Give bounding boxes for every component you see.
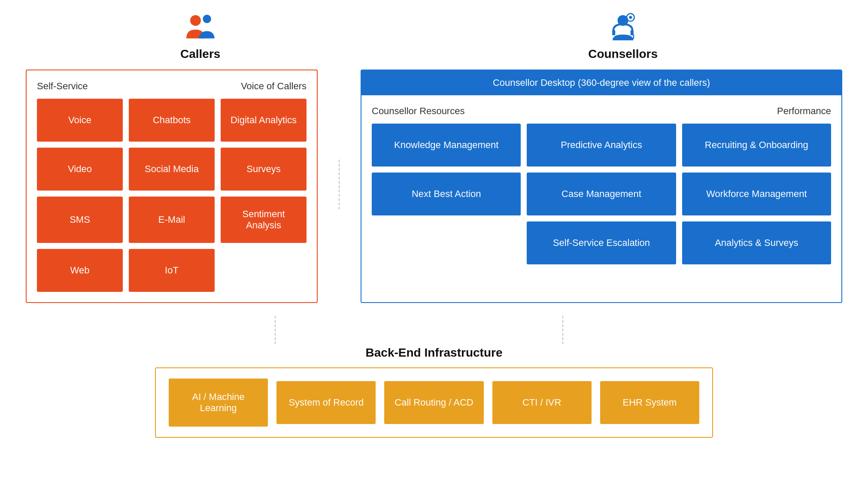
svg-rect-5 xyxy=(612,30,615,35)
svg-rect-6 xyxy=(631,30,634,35)
performance-label: Performance xyxy=(777,106,831,117)
backend-title: Back-End Infrastructure xyxy=(366,346,503,360)
diagram-container: Callers Counsellors xyxy=(0,0,868,503)
list-item: Recruiting & Onboarding xyxy=(682,124,831,167)
list-item: SMS xyxy=(37,197,123,243)
list-item: System of Record xyxy=(276,381,376,424)
callers-persona: Callers xyxy=(180,13,220,61)
callers-label: Callers xyxy=(180,47,220,61)
main-panels: Self-Service Voice of Callers Voice Chat… xyxy=(26,70,842,303)
list-item: Call Routing / ACD xyxy=(384,381,483,424)
list-item: Surveys xyxy=(221,148,307,191)
callers-icon xyxy=(183,13,218,43)
list-item: CTI / IVR xyxy=(492,381,592,424)
counsellor-resources-label: Counsellor Resources xyxy=(372,106,464,117)
list-item: Voice xyxy=(37,99,123,142)
list-item: E-Mail xyxy=(129,197,215,243)
list-item: Predictive Analytics xyxy=(527,124,676,167)
svg-point-1 xyxy=(203,15,211,23)
list-item: Chatbots xyxy=(129,99,215,142)
list-item: Case Management xyxy=(527,173,676,215)
counsellors-panel: Counsellor Desktop (360-degree view of t… xyxy=(361,70,842,303)
list-item: Digital Analytics xyxy=(221,99,307,142)
callers-panel: Self-Service Voice of Callers Voice Chat… xyxy=(26,70,318,303)
counsellors-icon xyxy=(606,13,640,43)
list-item: Analytics & Surveys xyxy=(682,221,831,264)
self-service-label: Self-Service xyxy=(37,81,88,92)
list-item: AI / Machine Learning xyxy=(169,379,268,427)
counsellors-sublabels: Counsellor Resources Performance xyxy=(372,106,831,117)
callers-grid: Voice Chatbots Digital Analytics Video S… xyxy=(37,99,307,292)
callers-panel-labels: Self-Service Voice of Callers xyxy=(37,81,307,92)
panel-connector xyxy=(328,160,350,211)
counsellors-label: Counsellors xyxy=(588,47,658,61)
counsellors-grid: Knowledge Management Predictive Analytic… xyxy=(372,124,831,264)
list-item-empty xyxy=(372,221,521,264)
svg-point-4 xyxy=(629,16,632,19)
list-item: Self-Service Escalation xyxy=(527,221,676,264)
voice-of-callers-label: Voice of Callers xyxy=(241,81,307,92)
list-item: EHR System xyxy=(600,381,699,424)
list-item: Social Media xyxy=(129,148,215,191)
counsellors-persona: Counsellors xyxy=(588,13,658,61)
list-item: Next Best Action xyxy=(372,173,521,215)
vertical-connectors xyxy=(134,316,734,346)
backend-section: Back-End Infrastructure AI / Machine Lea… xyxy=(26,346,842,438)
counsellors-body: Counsellor Resources Performance Knowled… xyxy=(361,95,841,275)
svg-point-0 xyxy=(190,15,201,26)
list-item: Sentiment Analysis xyxy=(221,197,307,243)
list-item: Video xyxy=(37,148,123,191)
list-item: Knowledge Management xyxy=(372,124,521,167)
list-item: Web xyxy=(37,249,123,292)
counsellors-header: Counsellor Desktop (360-degree view of t… xyxy=(361,70,841,95)
list-item-empty xyxy=(221,249,307,292)
list-item: Workforce Management xyxy=(682,173,831,215)
list-item: IoT xyxy=(129,249,215,292)
backend-panel: AI / Machine Learning System of Record C… xyxy=(155,367,713,438)
